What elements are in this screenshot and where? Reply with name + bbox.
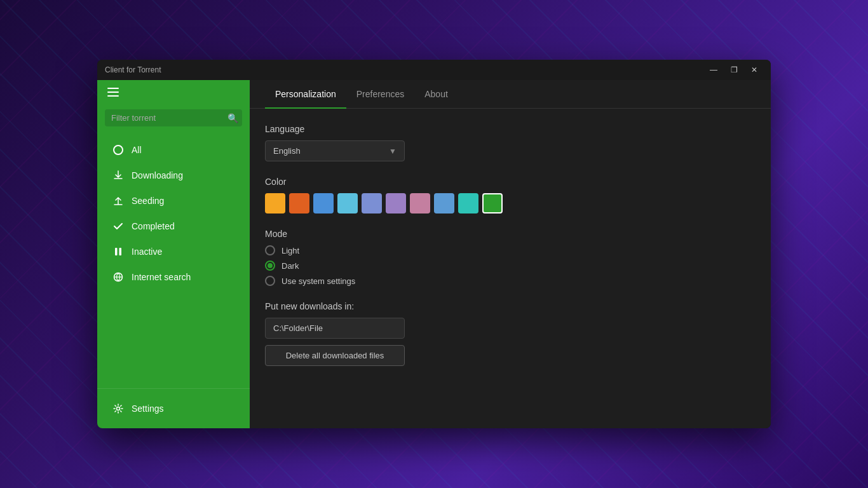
search-input[interactable] <box>105 109 242 126</box>
maximize-button[interactable]: ❐ <box>725 63 743 77</box>
all-icon <box>112 144 124 156</box>
mode-dark[interactable]: Dark <box>265 261 756 271</box>
color-swatch-orange[interactable] <box>265 193 285 214</box>
color-swatch-blue[interactable] <box>313 193 334 214</box>
color-swatch-lightblue[interactable] <box>337 193 358 214</box>
close-button[interactable]: ✕ <box>745 63 763 77</box>
language-value: English <box>273 146 301 156</box>
color-grid <box>265 193 756 214</box>
content-area: Personalization Preferences About Langua… <box>250 80 771 428</box>
minimize-button[interactable]: — <box>705 63 722 77</box>
sidebar-item-label-completed: Completed <box>132 221 175 231</box>
language-dropdown: English ▼ <box>265 140 405 161</box>
sidebar-item-inactive[interactable]: Inactive <box>102 240 245 264</box>
sidebar-item-label-inactive: Inactive <box>132 247 162 257</box>
color-swatch-darkorange[interactable] <box>289 193 309 214</box>
globe-icon <box>112 271 124 283</box>
nav-items: All Downloading <box>97 132 250 388</box>
sidebar-item-all[interactable]: All <box>102 138 245 162</box>
sidebar-item-completed[interactable]: Completed <box>102 214 245 238</box>
tab-about[interactable]: About <box>414 80 458 108</box>
search-container: 🔍 <box>97 104 250 132</box>
mode-section: Mode Light Dark Use system settings <box>265 229 756 286</box>
settings-label: Settings <box>132 403 164 414</box>
svg-rect-0 <box>115 248 118 255</box>
sidebar-header <box>97 80 250 104</box>
svg-point-3 <box>117 407 120 410</box>
title-bar: Client for Torrent — ❐ ✕ <box>97 60 771 80</box>
sidebar: 🔍 All Downloading <box>97 80 250 428</box>
hamburger-icon[interactable] <box>107 88 119 97</box>
sidebar-item-downloading[interactable]: Downloading <box>102 163 245 187</box>
color-swatch-teal[interactable] <box>458 193 478 214</box>
downloads-path-input[interactable] <box>265 318 405 339</box>
main-content: 🔍 All Downloading <box>97 80 771 428</box>
mode-label: Mode <box>265 229 756 239</box>
mode-system-label: Use system settings <box>281 276 355 286</box>
delete-downloads-button[interactable]: Delete all downloaded files <box>265 345 405 366</box>
sidebar-item-label-downloading: Downloading <box>132 170 183 180</box>
mode-system[interactable]: Use system settings <box>265 276 756 286</box>
mode-light-label: Light <box>281 246 299 255</box>
color-label: Color <box>265 177 756 187</box>
color-swatch-steelblue[interactable] <box>434 193 454 214</box>
color-section: Color <box>265 177 756 214</box>
app-window: Client for Torrent — ❐ ✕ 🔍 <box>97 60 771 428</box>
settings-item[interactable]: Settings <box>102 396 245 421</box>
color-swatch-green[interactable] <box>482 193 503 214</box>
sidebar-item-label-all: All <box>132 145 142 155</box>
sidebar-item-label-seeding: Seeding <box>132 196 164 206</box>
upload-icon <box>112 195 124 207</box>
sidebar-item-seeding[interactable]: Seeding <box>102 189 245 213</box>
downloads-label: Put new downloads in: <box>265 301 756 311</box>
window-controls: — ❐ ✕ <box>705 63 763 77</box>
color-swatch-purple-blue[interactable] <box>362 193 382 214</box>
mode-light[interactable]: Light <box>265 245 756 255</box>
app-title: Client for Torrent <box>105 65 161 74</box>
sidebar-bottom: Settings <box>97 388 250 428</box>
mode-dark-label: Dark <box>281 261 299 271</box>
svg-rect-1 <box>119 248 122 255</box>
tabs: Personalization Preferences About <box>250 80 771 109</box>
radio-group: Light Dark Use system settings <box>265 245 756 286</box>
sidebar-item-label-internet-search: Internet search <box>132 272 191 282</box>
color-swatch-purple[interactable] <box>386 193 406 214</box>
pause-icon <box>112 246 124 257</box>
language-select[interactable]: English ▼ <box>265 140 405 161</box>
settings-content: Language English ▼ Color <box>250 109 771 428</box>
radio-circle-system <box>265 276 275 286</box>
tab-preferences[interactable]: Preferences <box>346 80 414 108</box>
downloads-section: Put new downloads in: Delete all downloa… <box>265 301 756 366</box>
sidebar-item-internet-search[interactable]: Internet search <box>102 265 245 289</box>
download-icon <box>112 170 124 181</box>
check-icon <box>112 220 124 232</box>
radio-circle-dark <box>265 261 275 271</box>
chevron-down-icon: ▼ <box>389 147 397 156</box>
tab-personalization[interactable]: Personalization <box>265 80 346 108</box>
language-label: Language <box>265 124 756 134</box>
radio-circle-light <box>265 245 275 255</box>
search-icon[interactable]: 🔍 <box>227 113 238 123</box>
gear-icon <box>112 403 124 414</box>
color-swatch-pink[interactable] <box>410 193 430 214</box>
